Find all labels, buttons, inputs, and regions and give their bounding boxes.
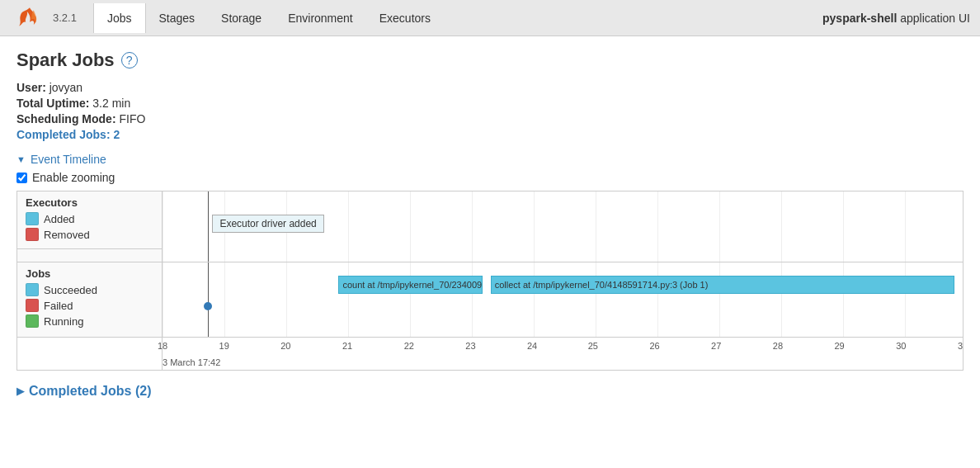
user-label: User: xyxy=(16,81,46,94)
event-timeline-label: Event Timeline xyxy=(31,153,106,166)
added-label: Added xyxy=(44,213,75,225)
failed-legend-item: Failed xyxy=(26,299,153,312)
running-legend-item: Running xyxy=(26,314,153,328)
tick-26: 26 xyxy=(649,341,659,351)
tick-28: 28 xyxy=(773,341,783,351)
added-swatch xyxy=(26,212,39,225)
enable-zooming-row: Enable zooming xyxy=(16,171,964,184)
failed-swatch xyxy=(26,299,39,312)
completed-section-label: Completed Jobs (2) xyxy=(29,384,151,399)
tab-storage[interactable]: Storage xyxy=(208,3,275,33)
completed-jobs-row: Completed Jobs: 2 xyxy=(16,128,964,141)
page-title-row: Spark Jobs ? xyxy=(16,50,964,71)
page-title: Spark Jobs xyxy=(16,50,115,71)
main-content: Spark Jobs ? User: jovyan Total Uptime: … xyxy=(0,36,980,412)
tab-stages[interactable]: Stages xyxy=(146,3,209,33)
tab-executors[interactable]: Executors xyxy=(366,3,444,33)
jobs-grid xyxy=(163,262,963,337)
tick-27: 27 xyxy=(711,341,721,351)
tick-22: 22 xyxy=(404,341,414,351)
tab-environment[interactable]: Environment xyxy=(275,3,366,33)
scheduling-label: Scheduling Mode: xyxy=(16,112,116,125)
succeeded-legend-item: Succeeded xyxy=(26,283,153,296)
brand: 3.2.1 xyxy=(10,5,77,31)
axis-spacer xyxy=(17,338,163,370)
executors-legend: Executors Added Removed xyxy=(17,191,162,249)
jobs-legend-panel: Jobs Succeeded Failed Running xyxy=(17,262,163,337)
scheduling-value-text: FIFO xyxy=(119,112,145,125)
tick-29: 29 xyxy=(834,341,844,351)
uptime-label: Total Uptime: xyxy=(16,97,89,110)
executor-added-tooltip: Executor driver added xyxy=(212,215,323,233)
nav-tabs: Jobs Stages Storage Environment Executor… xyxy=(93,3,822,33)
removed-legend-item: Removed xyxy=(26,228,153,241)
tick-31: 31 xyxy=(958,341,964,351)
tab-jobs[interactable]: Jobs xyxy=(93,3,146,33)
jobs-vertical-line xyxy=(208,262,209,337)
removed-swatch xyxy=(26,228,39,241)
uptime-row: Total Uptime: 3.2 min xyxy=(16,97,964,110)
uptime-value-text: 3.2 min xyxy=(92,97,130,110)
user-row: User: jovyan xyxy=(16,81,964,94)
job-bar-0-label: count at /tmp/ipykernel_70/23400984... xyxy=(342,280,483,290)
completed-arrow-icon: ▶ xyxy=(16,385,24,397)
jobs-chart-area: count at /tmp/ipykernel_70/23400984... c… xyxy=(163,262,963,337)
executors-legend-title: Executors xyxy=(26,196,153,209)
job-bar-1-label: collect at /tmp/ipykernel_70/4148591714.… xyxy=(495,280,709,290)
failed-label: Failed xyxy=(44,300,73,312)
job-bar-0[interactable]: count at /tmp/ipykernel_70/23400984... xyxy=(338,276,483,294)
timeline-arrow-icon: ▼ xyxy=(16,154,26,164)
jobs-legend: Jobs Succeeded Failed Running xyxy=(17,262,162,335)
axis-ticks: 18 19 20 21 22 23 24 25 26 27 28 29 30 3… xyxy=(163,338,963,371)
tick-21: 21 xyxy=(342,341,352,351)
scheduling-row: Scheduling Mode: FIFO xyxy=(16,112,964,125)
succeeded-swatch xyxy=(26,283,39,296)
tick-20: 20 xyxy=(280,341,290,351)
completed-section: ▶ Completed Jobs (2) xyxy=(16,384,964,399)
user-value-text: jovyan xyxy=(49,81,82,94)
added-legend-item: Added xyxy=(26,212,153,225)
tick-30: 30 xyxy=(896,341,906,351)
jobs-legend-title: Jobs xyxy=(26,267,153,280)
completed-jobs-link[interactable]: Completed Jobs: 2 xyxy=(16,128,120,141)
tick-24: 24 xyxy=(527,341,537,351)
app-name: pyspark-shell xyxy=(822,12,897,25)
tick-25: 25 xyxy=(588,341,598,351)
enable-zooming-checkbox[interactable] xyxy=(16,173,27,183)
executors-chart-area: Executor driver added xyxy=(163,191,963,262)
executor-added-dot xyxy=(204,302,212,310)
spark-version: 3.2.1 xyxy=(53,12,77,24)
succeeded-label: Succeeded xyxy=(44,284,97,296)
axis-row: 18 19 20 21 22 23 24 25 26 27 28 29 30 3… xyxy=(17,337,963,370)
axis-date: 3 March 17:42 xyxy=(163,357,220,367)
app-title-suffix: application UI xyxy=(897,12,970,25)
executor-added-line xyxy=(208,191,209,262)
tick-23: 23 xyxy=(465,341,475,351)
completed-section-toggle[interactable]: ▶ Completed Jobs (2) xyxy=(16,384,964,399)
svg-rect-2 xyxy=(163,262,963,337)
tick-19: 19 xyxy=(219,341,229,351)
app-title: pyspark-shell application UI xyxy=(822,12,970,25)
completed-jobs-label: Completed Jobs: xyxy=(16,128,111,141)
help-badge[interactable]: ? xyxy=(121,52,138,69)
running-label: Running xyxy=(44,315,83,328)
tick-18: 18 xyxy=(158,341,167,351)
spark-logo-icon xyxy=(10,5,49,31)
navbar: 3.2.1 Jobs Stages Storage Environment Ex… xyxy=(0,0,980,36)
enable-zooming-label: Enable zooming xyxy=(32,171,115,184)
event-timeline-toggle[interactable]: ▼ Event Timeline xyxy=(16,153,964,166)
executors-legend-panel: Executors Added Removed xyxy=(17,191,163,262)
job-bar-1[interactable]: collect at /tmp/ipykernel_70/4148591714.… xyxy=(491,276,955,294)
timeline-container: Executors Added Removed xyxy=(16,191,964,371)
removed-label: Removed xyxy=(44,229,90,241)
running-swatch xyxy=(26,314,39,328)
